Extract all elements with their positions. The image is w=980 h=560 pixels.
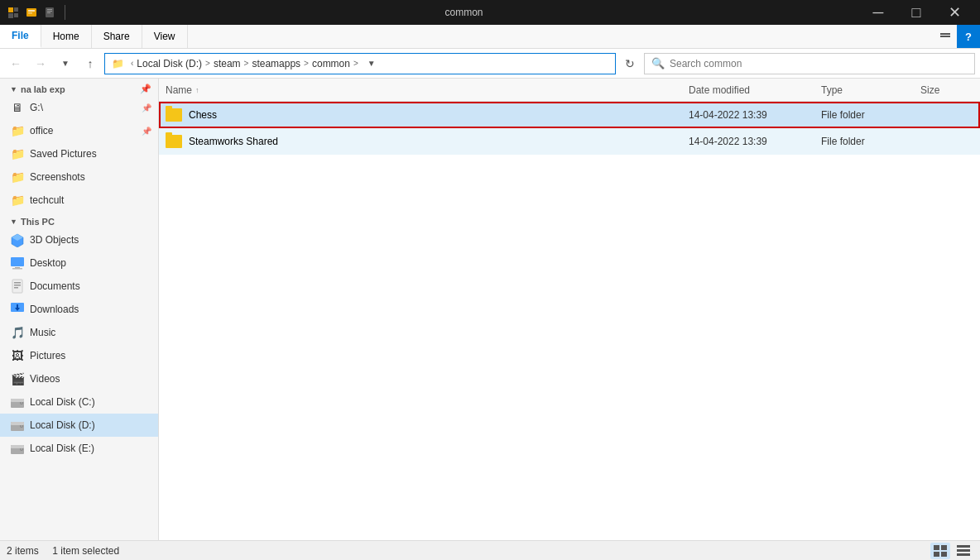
help-button[interactable]: ? — [957, 25, 980, 48]
search-icon: 🔍 — [651, 57, 665, 69]
refresh-button[interactable]: ↻ — [619, 53, 641, 74]
pin-icon[interactable]: 📌 — [140, 84, 151, 94]
screenshots-icon: 📁 — [10, 170, 25, 184]
documents-icon — [10, 279, 25, 294]
sidebar-item-downloads[interactable]: Downloads — [0, 298, 158, 321]
address-path[interactable]: 📁 ‹ Local Disk (D:) > steam > steamapps … — [104, 53, 616, 74]
app-icon-1 — [7, 6, 20, 19]
up-button[interactable]: ↑ — [79, 53, 101, 74]
local-e-icon — [10, 441, 25, 456]
local-d-icon — [10, 418, 25, 433]
local-c-icon — [10, 395, 25, 409]
title-bar: common ─ □ ✕ — [0, 0, 980, 25]
sidebar-item-desktop[interactable]: Desktop — [0, 251, 158, 275]
app-icon-2 — [25, 6, 38, 19]
maximize-button[interactable]: □ — [897, 0, 935, 25]
svg-rect-8 — [47, 9, 52, 10]
sidebar-item-documents[interactable]: Documents — [0, 275, 158, 298]
col-name[interactable]: Name ↑ — [159, 79, 682, 101]
path-steamapps[interactable]: steamapps — [252, 58, 300, 69]
window-title: common — [75, 7, 853, 18]
techcult-icon: 📁 — [10, 193, 25, 208]
file-list: Chess 14-04-2022 13:39 File folder Steam… — [159, 102, 980, 540]
col-date[interactable]: Date modified — [682, 79, 814, 101]
music-icon: 🎵 — [10, 325, 25, 340]
sidebar-item-office[interactable]: 📁 office 📌 — [0, 119, 158, 142]
back-button[interactable]: ← — [5, 53, 26, 74]
status-bar: 2 items 1 item selected — [0, 540, 980, 560]
sidebar-item-videos[interactable]: 🎬 Videos — [0, 367, 158, 390]
sidebar-label-3d-objects: 3D Objects — [30, 234, 79, 246]
search-input[interactable] — [670, 58, 968, 69]
search-box[interactable]: 🔍 — [644, 53, 975, 74]
sidebar-item-screenshots[interactable]: 📁 Screenshots — [0, 165, 158, 189]
svg-rect-33 — [11, 445, 24, 448]
chess-date: 14-04-2022 13:39 — [682, 109, 814, 121]
minimize-button[interactable]: ─ — [859, 0, 897, 25]
sidebar-label-g-drive: G:\ — [30, 102, 43, 113]
svg-rect-21 — [17, 304, 18, 309]
col-size[interactable]: Size — [914, 79, 980, 101]
chess-type: File folder — [814, 109, 914, 121]
sidebar-item-pictures[interactable]: 🖼 Pictures — [0, 344, 158, 367]
sidebar-label-office: office — [30, 125, 53, 136]
file-header: Name ↑ Date modified Type Size — [159, 79, 980, 102]
details-view-button[interactable] — [954, 543, 973, 559]
sidebar-label-pictures: Pictures — [30, 350, 65, 361]
folder-icon-chess — [166, 108, 182, 122]
items-count: 2 items — [7, 545, 39, 557]
sidebar-item-local-c[interactable]: Local Disk (C:) — [0, 390, 158, 414]
svg-rect-19 — [14, 287, 18, 289]
path-dropdown[interactable]: ▼ — [362, 59, 382, 68]
close-button[interactable]: ✕ — [935, 0, 973, 25]
path-common[interactable]: common — [312, 58, 350, 69]
sidebar-item-3d-objects[interactable]: 3D Objects — [0, 228, 158, 251]
svg-rect-18 — [14, 285, 21, 286]
title-separator — [65, 5, 65, 20]
svg-point-24 — [21, 402, 22, 404]
svg-rect-15 — [12, 268, 22, 270]
table-row[interactable]: Chess 14-04-2022 13:39 File folder — [159, 102, 980, 128]
ribbon: File Home Share View ? — [0, 25, 980, 49]
sidebar-item-techcult[interactable]: 📁 techcult — [0, 189, 158, 212]
quick-access-section: ▼ na lab exp 📌 — [0, 79, 158, 96]
downloads-icon — [10, 302, 25, 317]
sidebar-item-saved-pictures[interactable]: 📁 Saved Pictures — [0, 142, 158, 165]
steamworks-type: File folder — [814, 136, 914, 147]
saved-pictures-icon: 📁 — [10, 146, 25, 161]
sidebar-item-g-drive[interactable]: 🖥 G:\ 📌 — [0, 96, 158, 119]
sidebar-label-music: Music — [30, 327, 55, 338]
path-local-disk[interactable]: Local Disk (D:) — [137, 58, 202, 69]
svg-rect-37 — [941, 552, 947, 557]
pin-icon-2: 📌 — [142, 103, 151, 112]
sidebar-item-local-d[interactable]: Local Disk (D:) — [0, 414, 158, 437]
sidebar-label-local-c: Local Disk (C:) — [30, 396, 95, 408]
forward-button[interactable]: → — [30, 53, 51, 74]
list-view-button[interactable] — [930, 543, 950, 559]
table-row[interactable]: Steamworks Shared 14-04-2022 13:39 File … — [159, 128, 980, 155]
svg-rect-13 — [11, 257, 24, 266]
tab-view[interactable]: View — [142, 25, 188, 48]
desktop-icon — [10, 256, 25, 270]
recent-button[interactable]: ▼ — [55, 53, 76, 74]
svg-rect-40 — [957, 553, 970, 556]
tab-share[interactable]: Share — [92, 25, 142, 48]
tab-file[interactable]: File — [0, 25, 41, 48]
path-steam[interactable]: steam — [214, 58, 241, 69]
col-type[interactable]: Type — [814, 79, 914, 101]
sidebar-label-screenshots: Screenshots — [30, 171, 85, 183]
steamworks-date: 14-04-2022 13:39 — [682, 136, 814, 147]
status-left: 2 items 1 item selected — [7, 545, 930, 557]
path-icon: 📁 — [112, 58, 124, 69]
ribbon-expand-button[interactable] — [934, 25, 957, 48]
sidebar-item-local-e[interactable]: Local Disk (E:) — [0, 437, 158, 460]
svg-point-28 — [21, 425, 22, 427]
g-drive-icon: 🖥 — [10, 100, 25, 115]
sidebar-item-music[interactable]: 🎵 Music — [0, 321, 158, 344]
sidebar-label-saved-pictures: Saved Pictures — [30, 148, 97, 160]
office-folder-icon: 📁 — [10, 123, 25, 138]
svg-rect-1 — [14, 7, 18, 12]
tab-home[interactable]: Home — [41, 25, 92, 48]
window-controls: ─ □ ✕ — [859, 0, 973, 25]
svg-rect-9 — [47, 11, 52, 12]
